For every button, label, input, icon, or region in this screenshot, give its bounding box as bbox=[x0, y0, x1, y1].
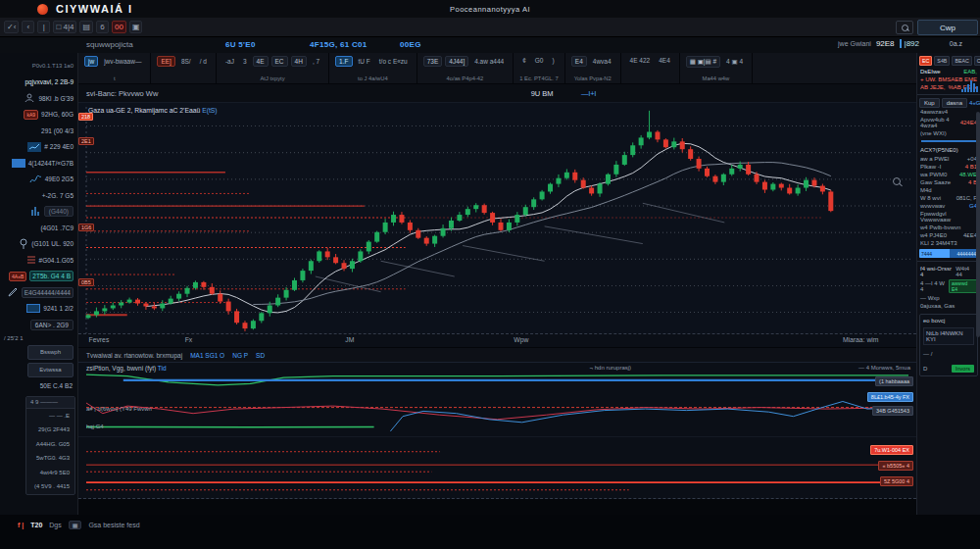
sidebar-item[interactable]: +-2G. 7 G5 bbox=[0, 187, 77, 204]
toolbar-button[interactable]: 1.F bbox=[335, 56, 352, 67]
sidebar-item[interactable]: #G04.1.G05 bbox=[0, 252, 77, 269]
card-quantity[interactable]: — / bbox=[923, 351, 974, 357]
nav-button[interactable]: ▣ bbox=[129, 21, 143, 33]
sidebar-button[interactable]: Bsswph bbox=[27, 345, 74, 360]
toolbar-button[interactable]: -aJ bbox=[222, 57, 237, 66]
sell-button[interactable]: EC bbox=[919, 56, 932, 66]
toolbar-button[interactable]: E4 bbox=[571, 56, 587, 67]
sidebar-item[interactable]: (4G01 .7C9 bbox=[0, 220, 77, 236]
stat-row: wvwvwavG4 bbox=[917, 202, 980, 210]
dropdown-item[interactable]: (4 5V9 . 4415 bbox=[26, 479, 74, 494]
order-tab[interactable]: BEAC bbox=[952, 56, 971, 66]
sidebar-item[interactable]: kA992HG, 60G bbox=[0, 107, 77, 124]
toolbar-button[interactable]: ¢ bbox=[519, 56, 529, 65]
sidebar-item[interactable]: (G440) bbox=[0, 204, 77, 221]
order-link[interactable]: 4«G4 bbox=[969, 100, 980, 106]
sidebar-dropdown[interactable]: 4 9 ——— — — .E29(G 2F443A44HG. G055wTG0.… bbox=[25, 396, 75, 495]
indicator-panel-2[interactable]: 7u.W1-004 EX« b5505« 45Z 5G00 4 bbox=[78, 436, 916, 499]
toolbar-group-row: -aJ34EEC4H, 7 bbox=[222, 56, 322, 67]
dropdown-item[interactable]: A44HG. G05 bbox=[26, 437, 74, 452]
scrollbar[interactable] bbox=[976, 112, 980, 337]
sidebar-item[interactable]: 9241 1 2/2 bbox=[0, 301, 77, 318]
sidebar-item[interactable]: pqjvxvavl, 2 2B-9 bbox=[0, 75, 77, 91]
toolbar-button[interactable]: G0 bbox=[532, 56, 547, 65]
toolbar-button[interactable]: 4 ▣ 4 bbox=[723, 57, 746, 67]
indicator-panel-1[interactable]: zsiPtion, Vgg, bwvni (fyt) Tid ¬ hdn rur… bbox=[78, 362, 916, 436]
toolbar-button[interactable]: 4E 422 bbox=[627, 56, 654, 65]
card-symbol-field[interactable]: NtLb I4NWKN KYI bbox=[923, 327, 974, 345]
toolbar-button[interactable]: 4H bbox=[291, 56, 307, 67]
nav-button[interactable]: 00 bbox=[112, 21, 126, 33]
toolbar-button[interactable]: / d bbox=[197, 57, 210, 66]
depth-bar[interactable]: 7444 4444444 bbox=[919, 249, 978, 258]
toolbar-button[interactable]: EE] bbox=[157, 56, 174, 67]
sidebar-item[interactable]: 4A«B2T5b. G4 4 B bbox=[0, 269, 77, 285]
indicator1-legend-link[interactable]: Tid bbox=[158, 365, 167, 372]
sidebar-item[interactable]: 4(14244T/«G7B bbox=[0, 155, 77, 172]
price-chart[interactable]: Gaza ua-GE 2, Rkamijamc aC 2'Eaaü E(tS) … bbox=[78, 102, 916, 333]
toolbar-button[interactable]: 4E bbox=[253, 56, 269, 67]
submit-order-button[interactable]: Invors bbox=[952, 365, 974, 373]
order-tab[interactable]: CCN, bbox=[974, 56, 980, 66]
chart-compare-link[interactable]: —l+l bbox=[581, 89, 596, 98]
buy-tab[interactable]: Kup bbox=[919, 98, 940, 108]
sidebar-item[interactable]: # 229 4E0 bbox=[0, 139, 77, 156]
indicator-link[interactable]: SD bbox=[256, 352, 265, 359]
search-button[interactable] bbox=[896, 21, 913, 34]
indicator1-settings[interactable]: — 4 Morwws, 5mua bbox=[858, 365, 910, 371]
dropdown-item[interactable]: 5wTG0. 4G3 bbox=[26, 451, 74, 466]
nav-button[interactable]: | bbox=[37, 21, 50, 33]
dropdown-item[interactable]: — — .E bbox=[26, 409, 74, 424]
toolbar-button[interactable]: tU F bbox=[356, 57, 373, 66]
watch-change: EAB, bbox=[963, 69, 977, 75]
magnifier-icon[interactable] bbox=[893, 177, 903, 187]
time-axis[interactable]: FevresFxJMWpwMiaraa: wim bbox=[78, 333, 916, 347]
nav-button[interactable]: ▤ bbox=[79, 21, 93, 33]
toolbar-button[interactable]: 73E bbox=[423, 56, 443, 67]
order-tab[interactable]: S4B bbox=[934, 56, 950, 66]
toolbar-button[interactable]: 4wva4 bbox=[590, 57, 614, 66]
status-item[interactable]: ▦ bbox=[69, 521, 82, 529]
indicator-link[interactable]: NG P bbox=[232, 352, 248, 359]
sell-tab[interactable]: dasna bbox=[942, 98, 967, 108]
orders-section-link[interactable]: W4t4 44 bbox=[956, 266, 977, 277]
toolbar-button[interactable]: t/o c E«zu bbox=[376, 57, 411, 66]
sidebar-item-label: 6AN> . 2G9 bbox=[30, 320, 74, 330]
indicator-toolbar: Tvwaiwal av. rtanowtow. brxmupaj MA1 SG1… bbox=[78, 347, 916, 362]
chart-icon bbox=[27, 142, 41, 152]
sidebar-item[interactable]: 98Kl .b G'39 bbox=[0, 90, 77, 107]
toolbar-button[interactable]: 4.aw a444 bbox=[471, 57, 507, 66]
nav-button[interactable]: ‹ bbox=[22, 21, 34, 33]
toolbar-button[interactable]: 8S/ bbox=[178, 57, 194, 66]
chart-legend-link[interactable]: E(tS) bbox=[202, 107, 217, 114]
sidebar-item-label: E4G44444/4444 bbox=[22, 287, 74, 298]
sidebar-buttons: BsswphEvtwssa bbox=[27, 345, 74, 377]
toolbar-button[interactable]: jwv-bwaaw— bbox=[101, 57, 144, 66]
toolbar-button[interactable]: 4E4 bbox=[656, 56, 673, 65]
nav-button[interactable]: ✓‹ bbox=[4, 21, 19, 33]
sidebar-item-label: pqjvxvavl, 2 2B-9 bbox=[25, 78, 74, 85]
toolbar-button[interactable]: , 7 bbox=[310, 57, 322, 66]
sidebar-item[interactable]: P0v0.1.T13 1a0 bbox=[0, 58, 77, 75]
toolbar-button[interactable]: jw bbox=[84, 56, 98, 67]
dropdown-item[interactable]: 4wt4r9 5E0 bbox=[26, 466, 74, 480]
dropdown-header[interactable]: 4 9 ——— bbox=[26, 397, 74, 409]
stat-label: Plkaw -I bbox=[920, 164, 941, 170]
sidebar-item[interactable]: 49E0 2G5 bbox=[0, 172, 77, 188]
sidebar-item[interactable]: (G101 UL. 920 bbox=[0, 236, 77, 253]
sidebar-item[interactable]: 291 (00 4/3 bbox=[0, 123, 77, 139]
sidebar-button[interactable]: Evtwssa bbox=[27, 363, 74, 377]
indicator-link[interactable]: MA1 SG1 O bbox=[190, 352, 224, 359]
sidebar-item[interactable]: E4G44444/4444 bbox=[0, 284, 77, 301]
toolbar-button[interactable]: 4J44] bbox=[445, 56, 468, 67]
nav-button[interactable]: 6 bbox=[96, 21, 109, 33]
toolbar-button[interactable]: ▦ ▣|▤ # bbox=[686, 56, 720, 68]
toolbar-button[interactable]: ) bbox=[549, 56, 557, 65]
dropdown-item[interactable]: 29(G 2F443 bbox=[26, 423, 74, 437]
sidebar-item[interactable]: 6AN> . 2G9 bbox=[0, 317, 77, 333]
toolbar-button[interactable]: EC bbox=[271, 56, 288, 67]
nav-button[interactable]: □ 4|4 bbox=[53, 21, 76, 33]
workspace-tab[interactable]: Cwp bbox=[917, 20, 978, 35]
volume-bar bbox=[961, 89, 963, 92]
toolbar-button[interactable]: 3 bbox=[240, 57, 250, 66]
